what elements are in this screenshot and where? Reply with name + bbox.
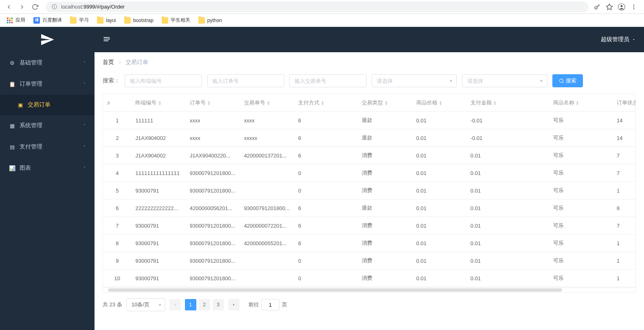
sidebar-item-3[interactable]: ▤支付管理˅ — [0, 136, 95, 157]
table-cell: 4200000072201... — [240, 217, 294, 235]
table-cell: 6 — [294, 129, 358, 147]
back-button[interactable] — [3, 1, 15, 13]
select-2[interactable]: ▼ — [462, 74, 547, 87]
table-header[interactable]: 支付金额▲▼ — [466, 94, 549, 112]
table-cell: 可乐 — [549, 182, 613, 199]
nav-icon: 📊 — [9, 165, 15, 171]
table-cell: 0.01 — [466, 235, 549, 252]
table-header[interactable]: 商品名称▲▼ — [549, 94, 613, 112]
table-header[interactable]: 交易单号▲▼ — [240, 94, 294, 112]
pagination: 共 23 条 ▼ 123 前往 页 — [95, 292, 644, 317]
table-cell: 0.01 — [412, 199, 466, 217]
next-page-button[interactable] — [228, 299, 240, 310]
svg-rect-18 — [11, 22, 13, 23]
table-cell: 6 — [294, 235, 358, 252]
sidebar-subitem-orders[interactable]: ▣交易订单 — [0, 95, 95, 115]
table-header[interactable]: 订单状态▲▼ — [613, 94, 636, 112]
trade-input[interactable] — [289, 74, 367, 87]
folder-icon — [124, 17, 131, 24]
table-row[interactable]: 2J1AX904002xxxxxxxxx6退款0.01-0.01可乐142018… — [103, 129, 636, 147]
table-cell: 93000791201800... — [186, 182, 240, 199]
sidebar-item-0[interactable]: ⚙基础管理˅ — [0, 52, 95, 73]
bookmark-item[interactable]: 学习 — [67, 15, 92, 25]
sort-desc-icon[interactable]: ▼ — [267, 103, 270, 106]
table-cell: 可乐 — [549, 147, 613, 164]
select-1[interactable]: ▼ — [371, 74, 457, 87]
menu-icon[interactable] — [630, 3, 637, 11]
table-row[interactable]: 59300079193000791201800...0消费0.010.01可乐1… — [103, 182, 636, 199]
table-row[interactable]: 99300079193000791201800...0消费0.010.01可乐1… — [103, 252, 636, 270]
bookmark-item[interactable]: bootstrap — [121, 15, 157, 25]
profile-icon[interactable] — [618, 3, 625, 11]
search-button[interactable]: 搜索 — [552, 74, 583, 87]
forward-button[interactable] — [16, 1, 28, 13]
jump-suffix: 页 — [282, 301, 287, 308]
page-number-2[interactable]: 2 — [199, 299, 210, 310]
terminal-input[interactable] — [125, 74, 202, 87]
bookmark-item[interactable]: 学生相关 — [158, 15, 193, 25]
table-row[interactable]: 1111111xxxxxxxx6退款0.01-0.01可乐142018-05-1 — [103, 112, 636, 129]
header-label: 支付方式 — [298, 100, 319, 106]
bookmark-item[interactable]: layui — [94, 15, 119, 25]
horizontal-scrollbar[interactable] — [103, 288, 636, 292]
table-row[interactable]: 3J1AX904002J1AX90400220...4200000137201.… — [103, 147, 636, 164]
table-header[interactable]: 终端编号▲▼ — [131, 94, 185, 112]
reload-button[interactable] — [29, 1, 41, 13]
table-cell: 0.01 — [412, 147, 466, 164]
header-label: 订单号 — [190, 100, 206, 106]
table-cell: 0.01 — [412, 270, 466, 287]
table-header[interactable]: 订单号▲▼ — [186, 94, 240, 112]
bookmark-item[interactable]: 译百度翻译 — [30, 15, 65, 25]
toggle-sidebar-button[interactable] — [103, 35, 111, 44]
folder-icon — [162, 17, 168, 24]
sidebar-item-4[interactable]: 📊图表˅ — [0, 157, 95, 179]
key-icon[interactable] — [593, 3, 601, 11]
chevron-icon: ˅ — [84, 61, 86, 65]
order-input[interactable] — [207, 74, 284, 87]
sort-desc-icon[interactable]: ▼ — [321, 103, 324, 106]
table-row[interactable]: 89300079193000791201800...4200000055201.… — [103, 235, 636, 252]
bookmark-item[interactable]: python — [195, 15, 225, 25]
table-header[interactable]: 支付方式▲▼ — [294, 94, 358, 112]
nav-icon: ▦ — [9, 122, 15, 129]
table-header[interactable]: 交易类型▲▼ — [358, 94, 412, 112]
table-cell: 7 — [613, 217, 636, 235]
table-cell: 7 — [103, 217, 131, 235]
table-cell: 4200000055201... — [240, 235, 294, 252]
table-header[interactable]: # — [103, 94, 131, 112]
table-header[interactable]: 商品价格▲▼ — [412, 94, 466, 112]
header-label: 商品价格 — [416, 100, 437, 106]
table-cell: 111111 — [131, 112, 185, 129]
topbar: 超级管理员 — [95, 27, 644, 52]
user-menu[interactable]: 超级管理员 — [601, 36, 636, 43]
star-icon[interactable] — [606, 3, 613, 11]
table-row[interactable]: 411111111111111193000791201800...0消费0.01… — [103, 164, 636, 182]
apps-button[interactable]: 应用 — [3, 15, 29, 25]
svg-rect-10 — [7, 17, 9, 19]
sort-desc-icon[interactable]: ▼ — [493, 103, 497, 106]
prev-page-button[interactable] — [169, 299, 181, 310]
table-cell: 消费 — [358, 270, 412, 287]
page-number-1[interactable]: 1 — [185, 299, 196, 310]
table-cell: 9 — [103, 252, 131, 270]
table-row[interactable]: 62222222222222...4200000056201...9300079… — [103, 199, 636, 217]
page-size-select[interactable]: ▼ — [126, 298, 165, 311]
sort-desc-icon[interactable]: ▼ — [439, 103, 442, 106]
sidebar-item-1[interactable]: 📋订单管理˄ — [0, 73, 95, 95]
table-cell: 0 — [294, 270, 358, 287]
table-cell: -0.01 — [466, 129, 549, 147]
table-cell: 4200000137201... — [240, 147, 294, 164]
address-bar[interactable]: ⓘ localhost:9999/#/pay/Order — [46, 2, 589, 12]
sort-desc-icon[interactable]: ▼ — [576, 103, 579, 106]
sort-desc-icon[interactable]: ▼ — [158, 103, 161, 106]
breadcrumb-home[interactable]: 首页 — [103, 59, 114, 65]
jump-input[interactable] — [262, 299, 279, 310]
page-number-3[interactable]: 3 — [213, 299, 224, 310]
sidebar-item-2[interactable]: ▦系统管理˅ — [0, 115, 95, 136]
table-cell: 93000791 — [131, 235, 185, 252]
svg-point-9 — [633, 8, 635, 9]
sort-desc-icon[interactable]: ▼ — [385, 103, 388, 106]
table-row[interactable]: 109300079193000791201800...0消费0.010.01可乐… — [103, 270, 636, 287]
table-row[interactable]: 79300079193000791201800...4200000072201.… — [103, 217, 636, 235]
sort-desc-icon[interactable]: ▼ — [207, 103, 211, 106]
